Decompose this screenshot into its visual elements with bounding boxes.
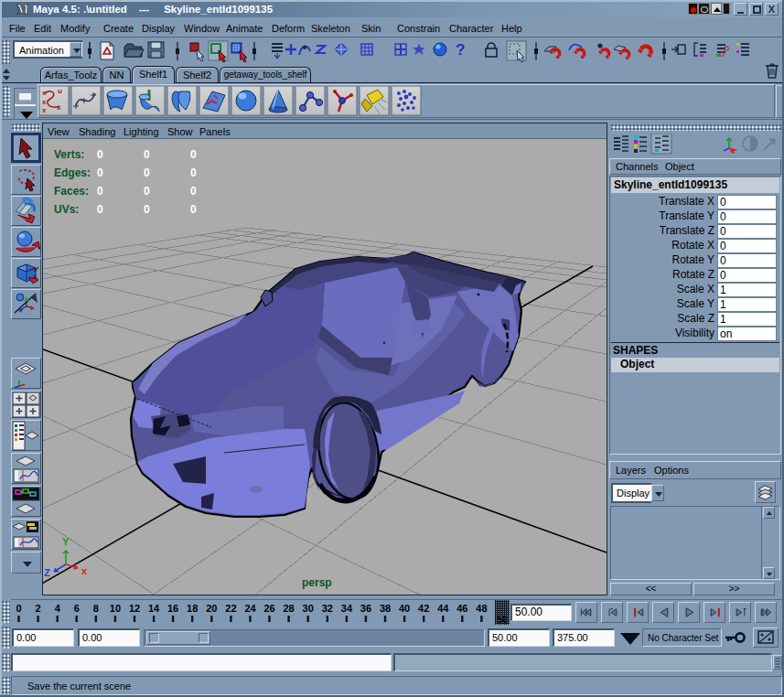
svg-text:Z: Z <box>44 567 50 578</box>
svg-text:22: 22 <box>225 603 236 614</box>
svg-text:20: 20 <box>206 603 217 614</box>
svg-text:u: u <box>58 87 62 95</box>
svg-text:0: 0 <box>16 603 21 614</box>
svg-text:2: 2 <box>36 603 41 614</box>
svg-text:x: x <box>42 98 47 106</box>
svg-text:?: ? <box>456 41 465 59</box>
svg-text:x: x <box>81 565 88 576</box>
svg-text:48: 48 <box>476 603 487 614</box>
svg-text:12: 12 <box>129 603 140 614</box>
svg-text:38: 38 <box>380 603 391 614</box>
svg-text:40: 40 <box>399 603 410 614</box>
svg-text:x: x <box>57 103 61 112</box>
svg-text:34: 34 <box>341 603 353 614</box>
svg-text:26: 26 <box>263 603 274 614</box>
svg-text:46: 46 <box>456 603 467 614</box>
svg-text:44: 44 <box>437 603 449 614</box>
svg-text:8: 8 <box>93 603 99 614</box>
svg-text:x: x <box>42 106 47 114</box>
svg-text:6: 6 <box>74 603 80 614</box>
svg-text:x: x <box>42 89 47 97</box>
svg-text:M: M <box>16 3 28 16</box>
svg-text:14: 14 <box>148 603 160 614</box>
svg-text:24: 24 <box>244 603 256 614</box>
svg-text:28: 28 <box>283 603 294 614</box>
svg-text:18: 18 <box>187 603 198 614</box>
svg-text:4: 4 <box>55 603 61 614</box>
svg-text:30: 30 <box>303 603 314 614</box>
svg-text:42: 42 <box>418 603 429 614</box>
svg-text:Y: Y <box>62 536 70 547</box>
svg-text:36: 36 <box>360 603 371 614</box>
svg-text:50: 50 <box>497 615 508 625</box>
svg-text:32: 32 <box>322 603 333 614</box>
svg-text:10: 10 <box>110 603 121 614</box>
svg-text:16: 16 <box>167 603 178 614</box>
